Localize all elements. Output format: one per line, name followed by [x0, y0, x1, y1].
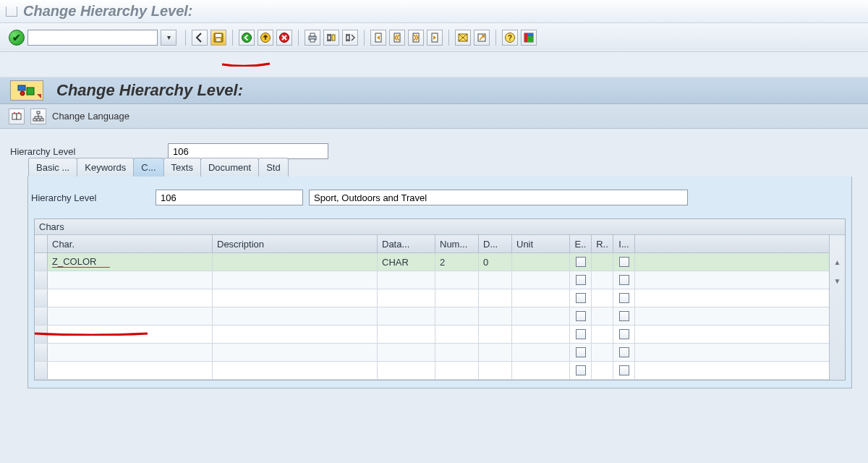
cell-r[interactable]: [592, 289, 613, 307]
cell-char[interactable]: [48, 271, 213, 289]
print-icon[interactable]: [305, 30, 320, 46]
create-shortcut-icon[interactable]: [474, 30, 490, 46]
row-selector-header[interactable]: [35, 235, 48, 252]
table-row[interactable]: [35, 362, 829, 380]
cell-i[interactable]: [613, 253, 635, 271]
cell-unit[interactable]: [512, 362, 570, 379]
table-row[interactable]: Z_COLORCHAR20: [35, 253, 829, 271]
cell-char[interactable]: Z_COLOR: [48, 253, 213, 271]
last-page-icon[interactable]: [427, 30, 443, 46]
cell-unit[interactable]: [512, 344, 570, 361]
table-row[interactable]: [35, 307, 829, 326]
cell-description[interactable]: [213, 289, 378, 307]
object-icon[interactable]: [10, 80, 43, 101]
tab-keywords[interactable]: Keywords: [77, 158, 134, 177]
table-row[interactable]: [35, 289, 829, 307]
checkbox[interactable]: [619, 275, 629, 285]
cell-e[interactable]: [570, 362, 592, 379]
cell-unit[interactable]: [512, 326, 570, 343]
new-session-icon[interactable]: [455, 30, 471, 46]
checkbox[interactable]: [576, 275, 586, 285]
checkbox[interactable]: [619, 347, 629, 357]
checkbox[interactable]: [619, 293, 629, 303]
cell-description[interactable]: [213, 362, 378, 379]
enter-ok-button[interactable]: ✔: [9, 30, 25, 46]
checkbox[interactable]: [576, 293, 586, 303]
cell-e[interactable]: [570, 326, 592, 343]
sub-description-input[interactable]: [309, 190, 688, 205]
tab-texts[interactable]: Texts: [163, 158, 201, 177]
find-icon[interactable]: [323, 30, 339, 46]
row-selector[interactable]: [35, 253, 48, 271]
row-selector[interactable]: [35, 271, 48, 289]
table-row[interactable]: [35, 326, 829, 344]
cancel-icon[interactable]: [276, 30, 292, 46]
col-description[interactable]: Description: [213, 235, 378, 252]
cell-unit[interactable]: [512, 307, 570, 325]
cell-e[interactable]: [570, 253, 592, 271]
cell-r[interactable]: [592, 271, 613, 289]
checkbox[interactable]: [619, 257, 629, 267]
change-language-link[interactable]: Change Language: [52, 111, 129, 122]
cell-i[interactable]: [613, 326, 635, 343]
cell-char[interactable]: [48, 362, 213, 379]
col-char[interactable]: Char.: [48, 235, 213, 252]
col-d[interactable]: D...: [479, 235, 512, 252]
cell-char[interactable]: [48, 307, 213, 325]
save-icon[interactable]: [210, 30, 226, 46]
hierarchy-icon[interactable]: [30, 109, 46, 124]
prev-page-icon[interactable]: [389, 30, 405, 46]
scroll-down-icon[interactable]: ▼: [833, 276, 843, 286]
cell-r[interactable]: [592, 362, 613, 379]
cell-description[interactable]: [213, 271, 378, 289]
tab-basic[interactable]: Basic ...: [28, 158, 77, 177]
row-selector[interactable]: [35, 344, 48, 361]
checkbox[interactable]: [576, 257, 586, 267]
sub-hierarchy-input[interactable]: [156, 190, 303, 205]
cell-e[interactable]: [570, 344, 592, 361]
checkbox[interactable]: [576, 329, 586, 339]
checkbox[interactable]: [576, 365, 586, 375]
checkbox[interactable]: [619, 365, 629, 375]
cell-i[interactable]: [613, 344, 635, 361]
col-unit[interactable]: Unit: [512, 235, 570, 252]
row-selector[interactable]: [35, 289, 48, 307]
checkbox[interactable]: [576, 347, 586, 357]
col-r[interactable]: R..: [592, 235, 613, 252]
cell-description[interactable]: [213, 307, 378, 325]
checkbox[interactable]: [619, 311, 629, 321]
col-e[interactable]: E..: [570, 235, 592, 252]
row-selector[interactable]: [35, 362, 48, 379]
tab-document[interactable]: Document: [200, 158, 259, 177]
tab-std[interactable]: Std: [258, 158, 289, 177]
find-next-icon[interactable]: [342, 30, 358, 46]
col-data[interactable]: Data...: [378, 235, 435, 252]
cell-e[interactable]: [570, 271, 592, 289]
first-page-icon[interactable]: [370, 30, 386, 46]
cell-char[interactable]: [48, 289, 213, 307]
table-vertical-scrollbar[interactable]: ▲ ▼: [829, 235, 845, 380]
cell-r[interactable]: [592, 253, 613, 271]
cell-unit[interactable]: [512, 253, 570, 271]
cell-description[interactable]: [213, 326, 378, 343]
command-input[interactable]: [27, 30, 158, 46]
col-i[interactable]: I...: [613, 235, 635, 252]
cell-e[interactable]: [570, 289, 592, 307]
help-icon[interactable]: ?: [502, 30, 518, 46]
checkbox[interactable]: [619, 329, 629, 339]
nav-back-icon[interactable]: [239, 30, 255, 46]
cell-description[interactable]: [213, 253, 378, 271]
table-row[interactable]: [35, 344, 829, 362]
cell-i[interactable]: [613, 362, 635, 379]
row-selector[interactable]: [35, 307, 48, 325]
command-history-dropdown[interactable]: ▾: [161, 30, 176, 46]
hierarchy-level-input[interactable]: [168, 143, 328, 159]
cell-r[interactable]: [592, 344, 613, 361]
cell-i[interactable]: [613, 271, 635, 289]
tab-chars[interactable]: C...: [133, 158, 163, 177]
cell-i[interactable]: [613, 307, 635, 325]
cell-char[interactable]: [48, 344, 213, 361]
exit-icon[interactable]: [258, 30, 273, 46]
scroll-up-icon[interactable]: ▲: [833, 257, 843, 267]
col-num[interactable]: Num...: [435, 235, 479, 252]
